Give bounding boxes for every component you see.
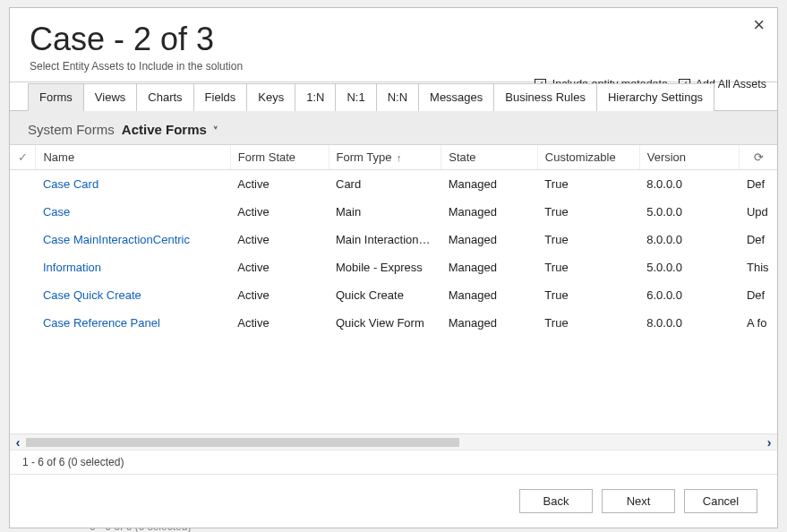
views-dropdown[interactable]: Active Forms ˅ (122, 122, 218, 137)
page-subtitle: Select Entity Assets to Include in the s… (30, 60, 757, 73)
forms-table: ✓ Name Form State Form Type ↑ State Cust… (10, 145, 777, 337)
tab-business-rules[interactable]: Business Rules (493, 83, 597, 111)
scroll-right-icon[interactable]: › (761, 435, 777, 450)
cell-form-state: Active (230, 198, 329, 226)
tab-charts[interactable]: Charts (136, 83, 193, 111)
views-strip: System Forms Active Forms ˅ (10, 111, 777, 144)
cell-version: 8.0.0.0 (639, 309, 740, 337)
tab-1n[interactable]: 1:N (295, 83, 336, 111)
cell-form-type: Card (329, 170, 441, 199)
cell-form-type: Quick Create (329, 281, 441, 309)
col-form-state[interactable]: Form State (230, 145, 329, 170)
cell-desc: Upd (740, 198, 777, 226)
cell-desc: This (740, 253, 777, 281)
cell-customizable: True (537, 309, 639, 337)
refresh-icon[interactable]: ⟳ (740, 145, 777, 170)
form-link[interactable]: Case Reference Panel (43, 316, 160, 330)
cell-desc: Def (740, 226, 777, 253)
row-check[interactable] (10, 226, 36, 253)
col-state[interactable]: State (441, 145, 538, 170)
form-link[interactable]: Information (43, 261, 101, 274)
col-customizable[interactable]: Customizable (537, 145, 639, 170)
table-row[interactable]: Case Reference Panel Active Quick View F… (10, 309, 777, 337)
form-link[interactable]: Case (43, 205, 70, 219)
sort-ascending-icon: ↑ (397, 152, 402, 163)
next-button[interactable]: Next (602, 489, 675, 513)
cell-state: Managed (441, 226, 538, 253)
cell-state: Managed (441, 170, 538, 199)
forms-grid: ✓ Name Form State Form Type ↑ State Cust… (10, 144, 777, 474)
cell-customizable: True (537, 281, 639, 309)
chevron-down-icon: ˅ (213, 125, 218, 136)
cell-customizable: True (537, 226, 639, 253)
table-row[interactable]: Case Quick Create Active Quick Create Ma… (10, 281, 777, 309)
cell-version: 8.0.0.0 (639, 226, 740, 253)
col-name[interactable]: Name (36, 145, 230, 170)
col-form-type-label: Form Type (337, 150, 392, 164)
cell-state: Managed (441, 198, 538, 226)
cell-customizable: True (537, 253, 639, 281)
scroll-track[interactable] (26, 438, 761, 447)
row-check[interactable] (10, 253, 36, 281)
table-row[interactable]: Case Active Main Managed True 5.0.0.0 Up… (10, 198, 777, 226)
cell-form-state: Active (230, 281, 329, 309)
tabs-bar: Forms Views Charts Fields Keys 1:N N:1 N… (10, 82, 777, 111)
row-check[interactable] (10, 281, 36, 309)
table-row[interactable]: Case Card Active Card Managed True 8.0.0… (10, 170, 777, 199)
dialog-footer: Back Next Cancel (10, 474, 777, 528)
tab-forms[interactable]: Forms (28, 83, 84, 111)
col-version[interactable]: Version (639, 145, 740, 170)
cell-form-type: Quick View Form (329, 309, 441, 337)
cancel-button[interactable]: Cancel (684, 489, 757, 513)
form-link[interactable]: Case MainInteractionCentric (43, 233, 190, 246)
form-link[interactable]: Case Card (43, 177, 98, 191)
table-row[interactable]: Case MainInteractionCentric Active Main … (10, 226, 777, 253)
cell-version: 6.0.0.0 (639, 281, 740, 309)
cell-state: Managed (441, 281, 538, 309)
tab-n1[interactable]: N:1 (335, 83, 376, 111)
row-check[interactable] (10, 170, 36, 199)
table-row[interactable]: Information Active Mobile - Express Mana… (10, 253, 777, 281)
cell-customizable: True (537, 198, 639, 226)
tab-views[interactable]: Views (83, 83, 137, 111)
horizontal-scrollbar[interactable]: ‹ › (10, 433, 777, 450)
cell-form-state: Active (230, 226, 329, 253)
dialog-header: Case - 2 of 3 Select Entity Assets to In… (10, 8, 777, 82)
scroll-left-icon[interactable]: ‹ (10, 435, 26, 450)
tab-fields[interactable]: Fields (193, 83, 248, 111)
cell-desc: A fo (740, 309, 777, 337)
cell-form-state: Active (230, 253, 329, 281)
tab-keys[interactable]: Keys (246, 83, 295, 111)
close-icon[interactable]: × (753, 15, 765, 35)
tab-messages[interactable]: Messages (418, 83, 494, 111)
grid-zone: System Forms Active Forms ˅ (10, 111, 777, 474)
cell-version: 8.0.0.0 (639, 170, 740, 199)
table-header-row: ✓ Name Form State Form Type ↑ State Cust… (10, 145, 777, 170)
grid-status: 1 - 6 of 6 (0 selected) (10, 450, 777, 474)
col-check[interactable]: ✓ (10, 145, 36, 170)
row-check[interactable] (10, 198, 36, 226)
grid-spacer (10, 337, 777, 433)
cell-form-type: Mobile - Express (329, 253, 441, 281)
page-title: Case - 2 of 3 (30, 21, 757, 58)
col-form-type[interactable]: Form Type ↑ (329, 145, 441, 170)
cell-state: Managed (441, 309, 538, 337)
cell-desc: Def (740, 281, 777, 309)
cell-form-type: Main (329, 198, 441, 226)
views-current-label: Active Forms (122, 122, 207, 137)
form-link[interactable]: Case Quick Create (43, 288, 141, 302)
cell-version: 5.0.0.0 (639, 253, 740, 281)
tab-nn[interactable]: N:N (376, 83, 419, 111)
cell-version: 5.0.0.0 (639, 198, 740, 226)
cell-form-state: Active (230, 309, 329, 337)
row-check[interactable] (10, 309, 36, 337)
scroll-thumb[interactable] (26, 438, 459, 447)
table-body: Case Card Active Card Managed True 8.0.0… (10, 170, 777, 338)
views-category-label: System Forms (28, 122, 115, 137)
cell-customizable: True (537, 170, 639, 199)
cell-form-state: Active (230, 170, 329, 199)
back-button[interactable]: Back (519, 489, 593, 513)
cell-desc: Def (740, 170, 777, 199)
wizard-dialog: × Case - 2 of 3 Select Entity Assets to … (9, 7, 778, 528)
tab-hierarchy-settings[interactable]: Hierarchy Settings (596, 83, 714, 111)
